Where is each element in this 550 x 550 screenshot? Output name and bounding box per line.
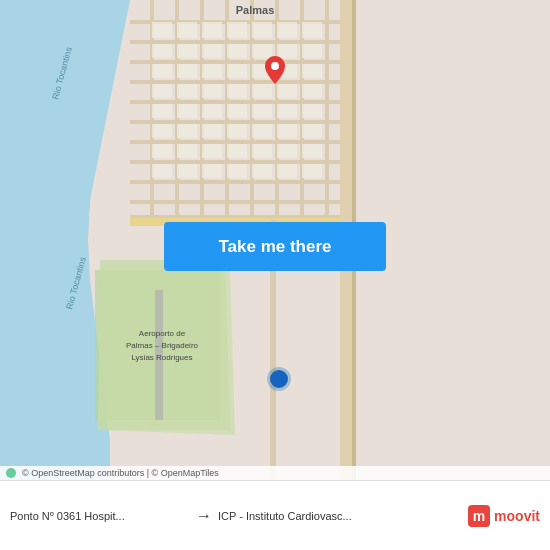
svg-rect-5 bbox=[130, 60, 340, 64]
svg-rect-37 bbox=[177, 64, 197, 78]
svg-rect-70 bbox=[302, 144, 322, 158]
svg-rect-46 bbox=[227, 84, 247, 98]
route-info: Ponto Nº 0361 Hospit... → ICP - Institut… bbox=[10, 505, 540, 527]
svg-rect-56 bbox=[302, 104, 322, 118]
svg-rect-54 bbox=[252, 104, 272, 118]
svg-rect-67 bbox=[227, 144, 247, 158]
svg-rect-22 bbox=[152, 22, 172, 38]
current-location-marker bbox=[270, 370, 288, 388]
svg-rect-29 bbox=[152, 44, 172, 58]
svg-rect-39 bbox=[227, 64, 247, 78]
svg-text:Aeroporto de: Aeroporto de bbox=[139, 329, 186, 338]
svg-rect-58 bbox=[177, 124, 197, 138]
attribution-text: © OpenStreetMap contributors | © OpenMap… bbox=[22, 468, 219, 478]
svg-rect-69 bbox=[277, 144, 297, 158]
svg-rect-51 bbox=[177, 104, 197, 118]
svg-rect-76 bbox=[277, 164, 297, 178]
svg-rect-55 bbox=[277, 104, 297, 118]
svg-rect-47 bbox=[252, 84, 272, 98]
svg-rect-50 bbox=[152, 104, 172, 118]
svg-rect-21 bbox=[325, 0, 329, 220]
svg-rect-27 bbox=[277, 22, 297, 38]
svg-rect-60 bbox=[227, 124, 247, 138]
map-attribution: © OpenStreetMap contributors | © OpenMap… bbox=[0, 466, 550, 480]
svg-rect-28 bbox=[302, 22, 322, 38]
svg-rect-7 bbox=[130, 100, 340, 104]
svg-rect-26 bbox=[252, 22, 272, 38]
svg-rect-57 bbox=[152, 124, 172, 138]
svg-rect-59 bbox=[202, 124, 222, 138]
svg-text:Palmas: Palmas bbox=[236, 4, 275, 16]
moovit-icon: m bbox=[468, 505, 490, 527]
svg-rect-75 bbox=[252, 164, 272, 178]
destination-marker bbox=[265, 56, 285, 84]
svg-rect-23 bbox=[177, 22, 197, 38]
svg-rect-77 bbox=[302, 164, 322, 178]
svg-rect-10 bbox=[130, 160, 340, 164]
svg-rect-65 bbox=[177, 144, 197, 158]
svg-rect-63 bbox=[302, 124, 322, 138]
svg-text:Lysias Rodrigues: Lysias Rodrigues bbox=[131, 353, 192, 362]
svg-rect-35 bbox=[302, 44, 322, 58]
moovit-brand-name: moovit bbox=[494, 508, 540, 524]
svg-rect-45 bbox=[202, 84, 222, 98]
svg-rect-72 bbox=[177, 164, 197, 178]
svg-rect-31 bbox=[202, 44, 222, 58]
route-to: ICP - Instituto Cardiovasc... bbox=[218, 510, 398, 522]
svg-text:m: m bbox=[473, 508, 485, 524]
osm-icon bbox=[6, 468, 16, 478]
svg-rect-4 bbox=[130, 40, 340, 44]
svg-rect-61 bbox=[252, 124, 272, 138]
svg-rect-42 bbox=[302, 64, 322, 78]
svg-rect-11 bbox=[130, 180, 340, 184]
svg-rect-52 bbox=[202, 104, 222, 118]
svg-rect-43 bbox=[152, 84, 172, 98]
route-from: Ponto Nº 0361 Hospit... bbox=[10, 510, 190, 522]
svg-rect-71 bbox=[152, 164, 172, 178]
svg-point-87 bbox=[271, 62, 279, 70]
svg-rect-49 bbox=[302, 84, 322, 98]
svg-rect-24 bbox=[202, 22, 222, 38]
svg-rect-74 bbox=[227, 164, 247, 178]
route-arrow-icon: → bbox=[196, 507, 212, 525]
svg-rect-64 bbox=[152, 144, 172, 158]
svg-rect-44 bbox=[177, 84, 197, 98]
svg-rect-25 bbox=[227, 22, 247, 38]
map-area: Palmas Rio Tocantins Rio Tocantins Aerop… bbox=[0, 0, 550, 480]
app-container: Palmas Rio Tocantins Rio Tocantins Aerop… bbox=[0, 0, 550, 550]
bottom-bar: Ponto Nº 0361 Hospit... → ICP - Institut… bbox=[0, 480, 550, 550]
svg-text:Palmas – Brigadeiro: Palmas – Brigadeiro bbox=[126, 341, 199, 350]
svg-rect-36 bbox=[152, 64, 172, 78]
svg-rect-48 bbox=[277, 84, 297, 98]
moovit-logo: m moovit bbox=[468, 505, 540, 527]
svg-rect-62 bbox=[277, 124, 297, 138]
svg-rect-32 bbox=[227, 44, 247, 58]
svg-rect-9 bbox=[130, 140, 340, 144]
svg-rect-68 bbox=[252, 144, 272, 158]
svg-rect-12 bbox=[130, 200, 340, 204]
svg-rect-30 bbox=[177, 44, 197, 58]
svg-rect-73 bbox=[202, 164, 222, 178]
svg-rect-66 bbox=[202, 144, 222, 158]
take-me-there-button[interactable]: Take me there bbox=[164, 222, 386, 271]
svg-rect-6 bbox=[130, 80, 340, 84]
svg-rect-8 bbox=[130, 120, 340, 124]
svg-rect-53 bbox=[227, 104, 247, 118]
svg-rect-38 bbox=[202, 64, 222, 78]
